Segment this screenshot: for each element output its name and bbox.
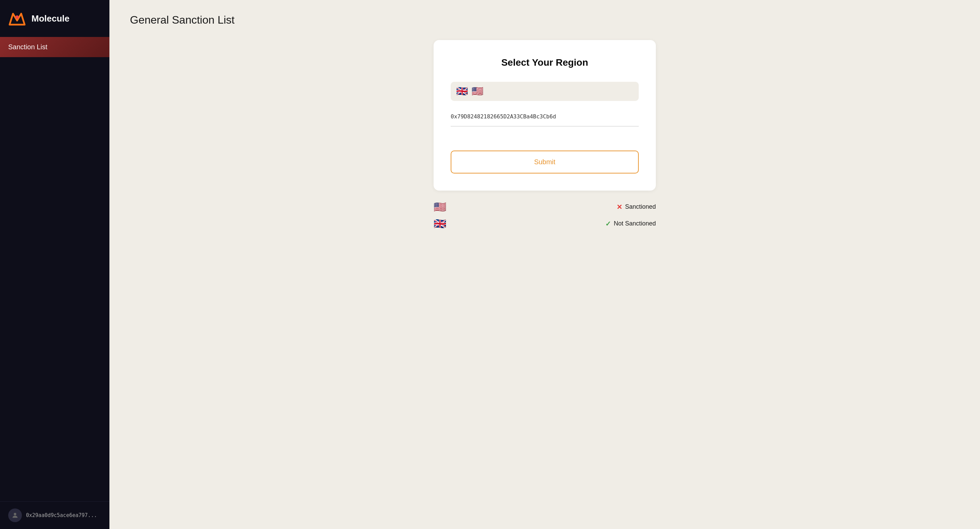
check-icon: ✓ (605, 220, 611, 228)
sidebar-nav: Sanction List (0, 37, 110, 501)
app-title: Molecule (32, 13, 69, 24)
us-flag-icon: 🇺🇸 (471, 86, 484, 96)
not-sanctioned-label: Not Sanctioned (614, 220, 656, 227)
us-result-flag-icon: 🇺🇸 (434, 201, 446, 213)
address-input-container (451, 110, 639, 127)
uk-result-flag-icon: 🇬🇧 (434, 218, 446, 229)
uk-flag-icon: 🇬🇧 (456, 86, 468, 96)
sidebar: Molecule Sanction List 0x29aa0d9c5ace6ea… (0, 0, 110, 529)
x-icon: ✕ (617, 203, 622, 211)
result-status-uk: ✓ Not Sanctioned (605, 220, 656, 228)
svg-marker-0 (10, 14, 25, 25)
main-content: General Sanction List Select Your Region… (110, 0, 980, 529)
submit-button[interactable]: Submit (451, 151, 639, 174)
wallet-address: 0x29aa0d9c5ace6ea797... (26, 512, 97, 518)
sidebar-header: Molecule (0, 0, 110, 37)
molecule-logo-icon (8, 10, 26, 27)
result-left-uk: 🇬🇧 (434, 218, 446, 229)
results-section: 🇺🇸 ✕ Sanctioned 🇬🇧 ✓ Not Sanctioned (434, 201, 656, 229)
page-title: General Sanction List (130, 14, 959, 26)
svg-point-1 (15, 15, 19, 19)
result-left-us: 🇺🇸 (434, 201, 446, 213)
result-row-us: 🇺🇸 ✕ Sanctioned (434, 201, 656, 213)
card-title: Select Your Region (451, 57, 639, 68)
sidebar-item-sanction-list[interactable]: Sanction List (0, 37, 110, 57)
spacer (451, 130, 639, 151)
address-input[interactable] (451, 110, 639, 123)
sidebar-footer: 0x29aa0d9c5ace6ea797... (0, 501, 110, 529)
sanction-check-card: Select Your Region 🇬🇧 🇺🇸 Submit (434, 40, 656, 191)
avatar (8, 508, 22, 522)
result-status-us: ✕ Sanctioned (617, 203, 656, 211)
region-selector[interactable]: 🇬🇧 🇺🇸 (451, 82, 639, 101)
sanctioned-label: Sanctioned (625, 203, 656, 210)
result-row-uk: 🇬🇧 ✓ Not Sanctioned (434, 218, 656, 229)
svg-point-2 (14, 513, 16, 515)
